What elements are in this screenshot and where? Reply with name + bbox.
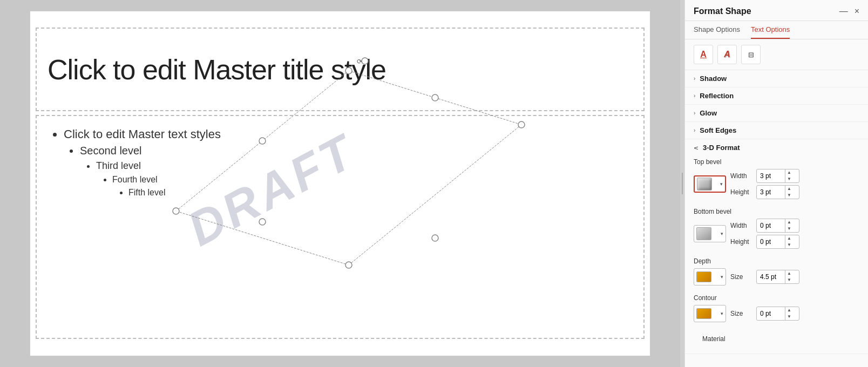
reflection-label: Reflection xyxy=(700,92,734,100)
contour-size-down[interactable]: ▼ xyxy=(785,314,793,320)
top-bevel-row: ▾ Width ▲ ▼ xyxy=(694,169,859,199)
contour-color-dropdown: ▾ xyxy=(721,311,723,316)
format-shape-panel: Format Shape — × Shape Options Text Opti… xyxy=(684,0,868,367)
material-subsection: Material xyxy=(685,329,868,349)
depth-size-up[interactable]: ▲ xyxy=(785,270,793,277)
canvas-area: Click to edit Master title style Click t… xyxy=(0,0,680,367)
bottom-bevel-width-down[interactable]: ▼ xyxy=(785,226,793,232)
contour-size-row: Size ▲ ▼ xyxy=(730,307,799,321)
top-bevel-width-up[interactable]: ▲ xyxy=(785,169,793,176)
bottom-bevel-row: ▾ Width ▲ ▼ xyxy=(694,219,859,249)
title-placeholder: Click to edit Master title style xyxy=(48,53,386,86)
slide-container: Click to edit Master title style Click t… xyxy=(30,11,650,356)
contour-size-up[interactable]: ▲ xyxy=(785,307,793,314)
content-box[interactable]: Click to edit Master text styles Second … xyxy=(36,115,645,339)
depth-size-row: Size ▲ ▼ xyxy=(730,270,799,284)
top-bevel-height-down[interactable]: ▼ xyxy=(785,192,793,199)
top-bevel-width-down[interactable]: ▼ xyxy=(785,176,793,182)
textbox-button[interactable]: ⊟ xyxy=(741,45,761,64)
textbox-icon: ⊟ xyxy=(748,51,754,59)
close-button[interactable]: × xyxy=(855,6,859,16)
tab-text-options[interactable]: Text Options xyxy=(751,25,790,39)
top-bevel-height-spinners: ▲ ▼ xyxy=(785,186,793,199)
depth-size-input-wrap: ▲ ▼ xyxy=(756,270,799,284)
bottom-bevel-height-input-wrap: ▲ ▼ xyxy=(756,235,799,249)
bottom-bevel-width-input[interactable] xyxy=(757,222,785,229)
top-bevel-height-row: Height ▲ ▼ xyxy=(730,185,799,199)
content-text: Click to edit Master text styles Second … xyxy=(48,127,633,198)
depth-size-label: Size xyxy=(730,273,752,281)
top-bevel-width-input-wrap: ▲ ▼ xyxy=(756,169,799,183)
top-bevel-width-input[interactable] xyxy=(757,172,785,180)
panel-body[interactable]: › Shadow › Reflection › Glow › Soft Edge… xyxy=(685,70,868,367)
contour-row: ▾ Size ▲ ▼ xyxy=(694,305,859,322)
3d-format-label: 3-D Format xyxy=(703,144,740,152)
contour-size-input[interactable] xyxy=(757,310,785,317)
depth-size-input[interactable] xyxy=(757,273,785,281)
tab-row: Shape Options Text Options xyxy=(685,21,868,39)
top-bevel-height-up[interactable]: ▲ xyxy=(785,186,793,192)
top-bevel-subsection: Top bevel ▾ Width ▲ xyxy=(685,156,868,206)
panel-divider[interactable] xyxy=(680,0,684,367)
bottom-bevel-height-row: Height ▲ ▼ xyxy=(730,235,799,249)
text-fill-icon: A xyxy=(700,50,707,59)
contour-label: Contour xyxy=(694,294,859,302)
depth-color-btn[interactable]: ▾ xyxy=(694,268,726,286)
bottom-bevel-height-up[interactable]: ▲ xyxy=(785,235,793,242)
contour-size-label: Size xyxy=(730,310,752,317)
text-effects-button[interactable]: A xyxy=(717,45,737,64)
glow-chevron: › xyxy=(694,110,695,116)
depth-size-spinners: ▲ ▼ xyxy=(785,270,793,283)
depth-color-dropdown: ▾ xyxy=(721,274,723,280)
divider-inner xyxy=(682,173,683,194)
minimize-button[interactable]: — xyxy=(839,6,848,16)
top-bevel-height-label: Height xyxy=(730,188,752,196)
top-bevel-height-input-wrap: ▲ ▼ xyxy=(756,185,799,199)
title-box[interactable]: Click to edit Master title style xyxy=(36,28,645,111)
content-level-4: Fourth level xyxy=(112,175,633,185)
top-bevel-icon xyxy=(697,178,712,191)
contour-color-swatch xyxy=(696,308,711,319)
bottom-bevel-subsection: Bottom bevel ▾ Width ▲ xyxy=(685,206,868,255)
panel-header-icons: — × xyxy=(839,6,859,16)
glow-section[interactable]: › Glow xyxy=(685,105,868,122)
bottom-bevel-width-up[interactable]: ▲ xyxy=(785,219,793,226)
3d-format-header[interactable]: ∨ 3-D Format xyxy=(685,139,868,156)
content-level-2: Second level xyxy=(80,145,633,157)
bottom-bevel-height-label: Height xyxy=(730,238,752,246)
bottom-bevel-width-input-wrap: ▲ ▼ xyxy=(756,219,799,233)
top-bevel-dropdown-arrow: ▾ xyxy=(720,181,723,187)
top-bevel-size-controls: Width ▲ ▼ Height xyxy=(730,169,799,199)
text-effects-icon: A xyxy=(724,50,730,59)
text-fill-outline-button[interactable]: A xyxy=(694,45,713,64)
contour-color-btn[interactable]: ▾ xyxy=(694,305,726,322)
top-bevel-width-label: Width xyxy=(730,172,752,180)
soft-edges-label: Soft Edges xyxy=(700,126,736,134)
contour-size-spinners: ▲ ▼ xyxy=(785,307,793,320)
panel-title: Format Shape xyxy=(694,6,751,16)
shadow-section[interactable]: › Shadow xyxy=(685,70,868,87)
soft-edges-section[interactable]: › Soft Edges xyxy=(685,122,868,139)
tab-shape-options[interactable]: Shape Options xyxy=(694,25,740,39)
bottom-bevel-label: Bottom bevel xyxy=(694,208,859,215)
depth-label: Depth xyxy=(694,257,859,265)
material-label: Material xyxy=(694,331,859,345)
top-bevel-height-input[interactable] xyxy=(757,188,785,196)
reflection-section[interactable]: › Reflection xyxy=(685,87,868,105)
depth-size-down[interactable]: ▼ xyxy=(785,277,793,283)
bottom-bevel-select[interactable]: ▾ xyxy=(694,225,726,242)
shadow-chevron: › xyxy=(694,76,695,81)
panel-header: Format Shape — × xyxy=(685,0,868,21)
depth-row: ▾ Size ▲ ▼ xyxy=(694,268,859,286)
bottom-bevel-height-input[interactable] xyxy=(757,238,785,246)
bottom-bevel-size-controls: Width ▲ ▼ Height xyxy=(730,219,799,249)
bottom-bevel-dropdown-arrow: ▾ xyxy=(721,231,723,236)
bottom-bevel-height-down[interactable]: ▼ xyxy=(785,242,793,248)
glow-label: Glow xyxy=(700,109,717,117)
content-level-3: Third level xyxy=(96,160,633,172)
3d-format-chevron: ∨ xyxy=(693,145,700,150)
top-bevel-width-row: Width ▲ ▼ xyxy=(730,169,799,183)
depth-subsection: Depth ▾ Size ▲ ▼ xyxy=(685,255,868,292)
bottom-bevel-icon xyxy=(696,227,711,240)
top-bevel-select[interactable]: ▾ xyxy=(694,175,726,193)
